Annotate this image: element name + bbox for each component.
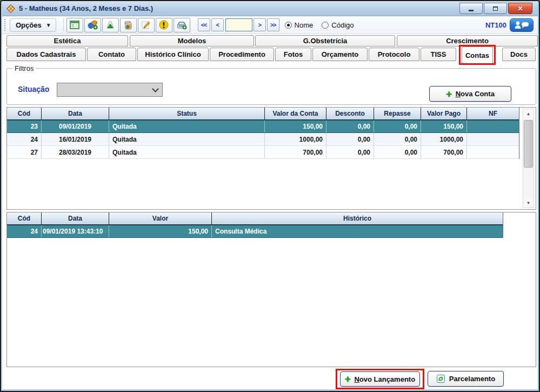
cell-data: 09/01/2019	[42, 121, 109, 132]
tab-contato[interactable]: Contato	[87, 48, 136, 61]
cell-valor-pago: 1000,00	[421, 133, 467, 145]
cell-cod: 27	[7, 146, 42, 158]
tab-crescimento[interactable]: Crescimento	[397, 35, 538, 46]
maximize-button[interactable]	[484, 3, 507, 14]
pills-icon	[88, 21, 98, 30]
tab-estetica[interactable]: Estética	[6, 35, 128, 46]
titlebar: 5 - Matheus (34 Anos, 2 Meses e 7 Dias.)…	[2, 1, 538, 16]
col-header-cod[interactable]: Cód	[7, 212, 42, 224]
col-header-historico[interactable]: Histórico	[212, 212, 503, 224]
scroll-up-button[interactable]: ▲	[523, 109, 534, 118]
nav-first-button[interactable]: <<	[198, 18, 210, 31]
table-row[interactable]: 24 09/01/2019 13:43:10 150,00 Consulta M…	[7, 225, 503, 238]
table-row[interactable]: 27 28/03/2019 Quitada 700,00 0,00 0,00 7…	[7, 146, 519, 159]
col-header-data[interactable]: Data	[42, 108, 109, 119]
cell-nf	[467, 133, 519, 145]
radio-nome[interactable]: Nome	[285, 21, 314, 29]
medications-button[interactable]	[84, 18, 101, 32]
tab-historico-clinico[interactable]: Histórico Clínico	[137, 48, 209, 61]
tab-fotos[interactable]: Fotos	[275, 48, 311, 61]
window-controls: ✕	[459, 3, 532, 14]
chevron-down-icon	[152, 85, 159, 92]
prescription-jar-button[interactable]	[120, 18, 137, 32]
cell-valor-pago: 700,00	[421, 146, 467, 158]
cell-valor-conta: 150,00	[265, 121, 326, 132]
cell-cod: 23	[7, 121, 42, 132]
record-search-input[interactable]	[225, 18, 252, 31]
cell-historico: Consulta Médica	[212, 225, 503, 237]
col-header-status[interactable]: Status	[109, 108, 265, 119]
entries-table: Cód Data Valor Histórico 24 09/01/2019 1…	[7, 212, 503, 238]
tab-orcamento[interactable]: Orçamento	[312, 48, 368, 61]
situacao-label: Situação	[18, 85, 49, 94]
toolbar: Opções ▼	[2, 16, 538, 34]
col-header-valor-conta[interactable]: Valor da Conta	[265, 108, 326, 119]
window-frame: 5 - Matheus (34 Anos, 2 Meses e 7 Dias.)…	[1, 1, 539, 391]
col-header-desconto[interactable]: Desconto	[326, 108, 374, 119]
radio-codigo[interactable]: Código	[322, 21, 354, 29]
cell-valor-conta: 1000,00	[265, 133, 326, 145]
col-header-cod[interactable]: Cód	[7, 108, 42, 119]
options-menu-button[interactable]: Opções ▼	[10, 18, 56, 32]
cell-valor: 150,00	[109, 225, 212, 237]
col-header-valor[interactable]: Valor	[109, 212, 212, 224]
nav-last-button[interactable]: >>	[267, 18, 279, 31]
tab-docs[interactable]: Docs	[502, 48, 536, 61]
situacao-select[interactable]	[57, 83, 163, 97]
col-header-data[interactable]: Data	[42, 212, 109, 224]
tab-modelos[interactable]: Modelos	[130, 35, 254, 46]
cell-data: 28/03/2019	[42, 146, 109, 158]
edit-notes-button[interactable]	[138, 18, 155, 32]
cell-desconto: 0,00	[326, 146, 374, 158]
accounts-table: Cód Data Status Valor da Conta Desconto …	[7, 108, 519, 159]
col-header-repasse[interactable]: Repasse	[374, 108, 421, 119]
app-window: 5 - Matheus (34 Anos, 2 Meses e 7 Dias.)…	[0, 0, 540, 392]
cell-repasse: 0,00	[374, 121, 421, 132]
minimize-button[interactable]	[459, 3, 483, 14]
tab-contas-active[interactable]: Contas	[462, 46, 493, 63]
toolbar-grip[interactable]	[4, 19, 6, 31]
accounts-scrollbar[interactable]: ▲ ▼	[523, 109, 534, 208]
cell-repasse: 0,00	[374, 146, 421, 158]
col-header-nf[interactable]: NF	[467, 108, 519, 119]
parcelamento-button[interactable]: Parcelamento	[428, 371, 504, 387]
parcelamento-icon	[436, 374, 445, 383]
entries-table-panel: Cód Data Valor Histórico 24 09/01/2019 1…	[6, 212, 536, 367]
toolbar-right: NT100	[485, 16, 534, 34]
novo-lancamento-button[interactable]: + Novo Lançamento	[340, 371, 420, 387]
entries-header-row: Cód Data Valor Histórico	[7, 212, 503, 225]
nav-prev-button[interactable]: <	[211, 18, 224, 31]
nav-next-button[interactable]: >	[254, 18, 266, 31]
col-header-valor-pago[interactable]: Valor Pago	[421, 108, 467, 119]
certificate-new-button[interactable]	[174, 18, 190, 32]
scrollbar-thumb[interactable]	[524, 120, 533, 168]
radio-nome-circle	[285, 22, 292, 29]
minimize-icon	[469, 10, 474, 11]
lab-exam-button[interactable]	[102, 18, 119, 32]
tab-tiss[interactable]: TISS	[421, 48, 456, 61]
alert-button[interactable]	[156, 18, 172, 32]
cell-data: 16/01/2019	[42, 133, 109, 145]
pencil-icon	[141, 21, 151, 30]
maximize-icon	[493, 6, 498, 11]
cell-data: 09/01/2019 13:43:10	[42, 225, 109, 237]
cell-nf	[467, 146, 519, 158]
record-form-button[interactable]	[66, 18, 83, 32]
exclamation-icon	[159, 20, 169, 30]
close-button[interactable]: ✕	[508, 3, 532, 14]
nova-conta-button[interactable]: + Nova Conta	[429, 86, 511, 102]
scroll-down-button[interactable]: ▼	[523, 198, 534, 208]
cell-status: Quitada	[109, 121, 265, 132]
plus-icon: +	[345, 375, 351, 383]
cell-nf	[467, 121, 519, 132]
table-row[interactable]: 24 16/01/2019 Quitada 1000,00 0,00 0,00 …	[7, 133, 519, 146]
tab-gobstetricia[interactable]: G.Obstetrícia	[255, 35, 395, 46]
radio-codigo-circle	[322, 22, 329, 29]
tab-protocolo[interactable]: Protocolo	[369, 48, 419, 61]
tab-procedimento[interactable]: Procedimento	[210, 48, 274, 61]
patient-chat-button[interactable]	[510, 18, 534, 32]
tab-dados-cadastrais[interactable]: Dados Cadastrais	[6, 48, 86, 61]
cell-valor-conta: 700,00	[265, 146, 326, 158]
cell-status: Quitada	[109, 133, 265, 145]
table-row[interactable]: 23 09/01/2019 Quitada 150,00 0,00 0,00 1…	[7, 120, 519, 133]
